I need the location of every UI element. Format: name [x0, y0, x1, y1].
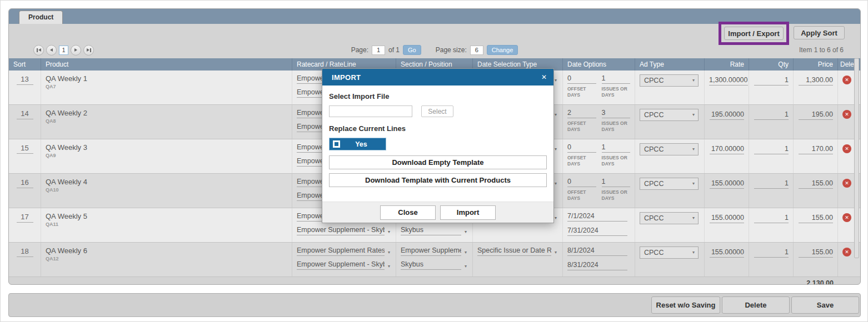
- rate-input[interactable]: 170.00000: [710, 145, 744, 154]
- price-input[interactable]: 1,300.00: [799, 76, 833, 85]
- qty-input[interactable]: 1: [754, 179, 789, 189]
- date-option-input[interactable]: 3: [602, 109, 631, 118]
- sort-input[interactable]: 14: [17, 109, 33, 119]
- chevron-down-icon[interactable]: ▾: [553, 112, 558, 118]
- save-button[interactable]: Save: [791, 296, 859, 314]
- chevron-down-icon[interactable]: ▾: [387, 250, 391, 256]
- table-scrollbar[interactable]: [854, 58, 859, 258]
- ratecard-select[interactable]: Empower Supplement Rates - Multip ▾: [297, 246, 391, 256]
- date-option-input[interactable]: 7/1/2024: [567, 212, 627, 222]
- date-option-input[interactable]: 2: [567, 109, 596, 118]
- price-input[interactable]: 155.00: [799, 248, 833, 258]
- chevron-down-icon[interactable]: ▾: [387, 264, 391, 270]
- date-option-input[interactable]: 8/31/2024: [567, 261, 627, 270]
- next-page-icon[interactable]: [71, 45, 81, 56]
- date-option-input[interactable]: 1: [602, 143, 631, 153]
- delete-row-icon[interactable]: ✕: [842, 213, 851, 222]
- delete-cell: ✕: [838, 105, 856, 139]
- date-option-input[interactable]: 0: [567, 143, 596, 153]
- rate-input[interactable]: 155.00000: [710, 248, 744, 258]
- sort-input[interactable]: 15: [17, 144, 33, 154]
- import-file-input[interactable]: [329, 105, 412, 117]
- date-option-input[interactable]: 0: [567, 178, 596, 187]
- reset-button[interactable]: Reset w/o Saving: [651, 296, 720, 314]
- modal-import-button[interactable]: Import: [440, 205, 496, 220]
- date-option-input[interactable]: 1: [602, 74, 631, 84]
- delete-row-icon[interactable]: ✕: [842, 76, 851, 84]
- ad-type-select[interactable]: CPCC ▾: [640, 246, 699, 259]
- chevron-down-icon[interactable]: ▾: [691, 215, 696, 222]
- change-button[interactable]: Change: [487, 45, 518, 55]
- rate-input[interactable]: 155.00000: [710, 179, 744, 189]
- ad-type-select[interactable]: CPCC ▾: [640, 212, 699, 224]
- qty-input[interactable]: 1: [754, 110, 789, 120]
- chevron-down-icon[interactable]: ▾: [463, 229, 468, 235]
- date-option-input[interactable]: 8/1/2024: [567, 246, 627, 256]
- ad-type-select[interactable]: CPCC ▾: [640, 74, 699, 87]
- price-input[interactable]: 155.00: [799, 179, 833, 189]
- replace-yes-toggle[interactable]: Yes: [329, 138, 386, 150]
- chevron-down-icon[interactable]: ▾: [691, 147, 696, 153]
- date-option-input[interactable]: 1: [602, 178, 631, 187]
- qty-input[interactable]: 1: [754, 214, 789, 223]
- import-export-button[interactable]: Import / Export: [724, 27, 784, 40]
- chevron-down-icon[interactable]: ▾: [691, 78, 696, 84]
- page-number-input[interactable]: 1: [372, 46, 385, 55]
- delete-row-icon[interactable]: ✕: [842, 110, 851, 119]
- ad-type-select[interactable]: CPCC ▾: [640, 178, 699, 190]
- chevron-down-icon[interactable]: ▾: [463, 264, 468, 270]
- sort-input[interactable]: 17: [17, 213, 33, 223]
- chevron-down-icon[interactable]: ▾: [553, 250, 558, 256]
- delete-row-icon[interactable]: ✕: [842, 144, 851, 153]
- date-option-input[interactable]: 7/31/2024: [567, 227, 627, 236]
- delete-row-icon[interactable]: ✕: [842, 179, 851, 188]
- price-input[interactable]: 195.00: [799, 110, 833, 120]
- chevron-down-icon[interactable]: ▾: [387, 229, 391, 235]
- rate-cell: 1,300.00000: [705, 71, 749, 104]
- chevron-down-icon[interactable]: ▾: [553, 181, 558, 187]
- price-input[interactable]: 155.00: [799, 214, 833, 223]
- rate-input[interactable]: 1,300.00000: [709, 76, 748, 85]
- section-select[interactable]: Empower Suppleme ▾: [401, 246, 468, 256]
- current-page-number[interactable]: 1: [59, 46, 68, 55]
- date-option-input[interactable]: 0: [567, 74, 596, 84]
- select-import-file-label: Select Import File: [329, 92, 547, 100]
- sort-input[interactable]: 13: [17, 75, 33, 85]
- page-size-input[interactable]: 6: [470, 46, 483, 55]
- chevron-down-icon[interactable]: ▾: [553, 147, 558, 153]
- first-page-icon[interactable]: [33, 45, 44, 56]
- chevron-down-icon[interactable]: ▾: [691, 250, 696, 256]
- delete-button[interactable]: Delete: [722, 296, 790, 314]
- chevron-down-icon[interactable]: ▾: [553, 215, 558, 222]
- go-button[interactable]: Go: [403, 45, 421, 55]
- select-file-button[interactable]: Select: [421, 105, 453, 117]
- rate-input[interactable]: 155.00000: [710, 214, 744, 223]
- ad-type-select[interactable]: CPCC ▾: [640, 143, 699, 155]
- close-icon[interactable]: ✕: [541, 73, 547, 81]
- position-select[interactable]: Skybus ▾: [401, 260, 468, 270]
- chevron-down-icon[interactable]: ▾: [691, 181, 696, 187]
- modal-close-button[interactable]: Close: [380, 205, 436, 220]
- rate-input[interactable]: 195.00000: [710, 110, 744, 120]
- apply-sort-button[interactable]: Apply Sort: [794, 26, 845, 39]
- price-input[interactable]: 170.00: [799, 145, 833, 154]
- download-empty-template-button[interactable]: Download Empty Template: [329, 155, 547, 169]
- download-template-current-products-button[interactable]: Download Template with Current Products: [329, 173, 547, 187]
- sort-input[interactable]: 18: [17, 247, 33, 257]
- rateline-select[interactable]: Empower Supplement - Skybus ▾: [297, 226, 391, 235]
- delete-row-icon[interactable]: ✕: [842, 248, 851, 256]
- chevron-down-icon[interactable]: ▾: [553, 78, 558, 84]
- chevron-down-icon[interactable]: ▾: [463, 250, 468, 256]
- tab-product[interactable]: Product: [19, 11, 63, 24]
- last-page-icon[interactable]: [83, 45, 94, 56]
- qty-input[interactable]: 1: [754, 76, 789, 85]
- position-select[interactable]: Skybus ▾: [401, 226, 468, 235]
- sort-input[interactable]: 16: [17, 178, 33, 188]
- qty-input[interactable]: 1: [754, 248, 789, 258]
- date-selection-type-select[interactable]: Specific Issue or Date Rang ▾: [477, 246, 558, 256]
- ad-type-select[interactable]: CPCC ▾: [640, 109, 699, 121]
- chevron-down-icon[interactable]: ▾: [691, 112, 696, 118]
- qty-input[interactable]: 1: [754, 145, 789, 154]
- prev-page-icon[interactable]: [46, 45, 57, 56]
- rateline-select[interactable]: Empower Supplement - Skybus ▾: [297, 260, 391, 270]
